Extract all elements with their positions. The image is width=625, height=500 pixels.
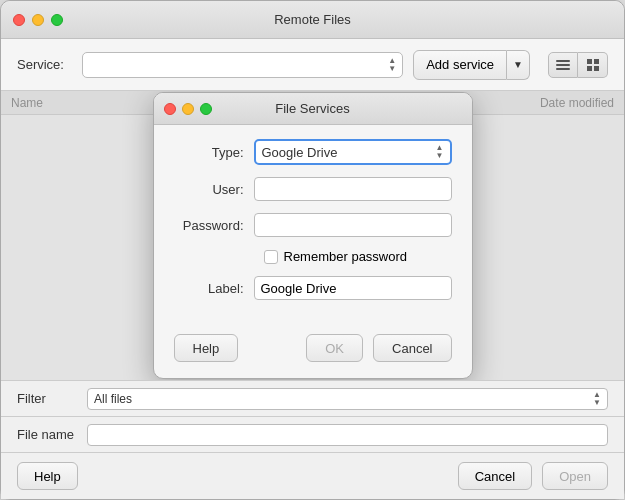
password-row: Password: [174, 213, 452, 237]
dialog-traffic-lights [164, 103, 212, 115]
grid-view-button[interactable] [578, 52, 608, 78]
list-view-button[interactable] [548, 52, 578, 78]
filter-dropdown[interactable]: All files ▲ ▼ [87, 388, 608, 410]
dialog-ok-button[interactable]: OK [306, 334, 363, 362]
service-dropdown[interactable]: ▲ ▼ [82, 52, 403, 78]
grid-cell-1 [587, 59, 592, 64]
dialog-title: File Services [275, 101, 349, 116]
window-title: Remote Files [274, 12, 351, 27]
remember-password-label: Remember password [284, 249, 408, 264]
type-select-value: Google Drive [262, 145, 338, 160]
label-row: Label: [174, 276, 452, 300]
type-row: Type: Google Drive ▲ ▼ [174, 139, 452, 165]
dialog-close-button[interactable] [164, 103, 176, 115]
password-input[interactable] [254, 213, 452, 237]
filename-label: File name [17, 427, 77, 442]
remember-password-row: Remember password [174, 249, 452, 264]
type-select[interactable]: Google Drive ▲ ▼ [254, 139, 452, 165]
list-line-2 [556, 64, 570, 66]
dialog-help-button[interactable]: Help [174, 334, 239, 362]
label-input[interactable] [254, 276, 452, 300]
grid-cell-2 [594, 59, 599, 64]
dialog-cancel-button[interactable]: Cancel [373, 334, 451, 362]
label-label: Label: [174, 281, 254, 296]
remember-password-checkbox[interactable] [264, 250, 278, 264]
user-row: User: [174, 177, 452, 201]
dialog-title-bar: File Services [154, 93, 472, 125]
content-area: Name Date modified File Services [1, 91, 624, 381]
service-label: Service: [17, 57, 72, 72]
filename-input[interactable] [87, 424, 608, 446]
password-label: Password: [174, 218, 254, 233]
type-label: Type: [174, 145, 254, 160]
add-service-arrow-icon: ▼ [513, 59, 523, 70]
filter-label: Filter [17, 391, 77, 406]
title-bar: Remote Files [1, 1, 624, 39]
dialog-action-buttons: OK Cancel [306, 334, 451, 362]
grid-cell-4 [594, 66, 599, 71]
add-service-dropdown-button[interactable]: ▼ [507, 50, 530, 80]
filter-arrows: ▲ ▼ [593, 391, 601, 407]
list-line-1 [556, 60, 570, 62]
filename-row: File name [1, 417, 624, 453]
dialog-body: Type: Google Drive ▲ ▼ User: [154, 125, 472, 326]
grid-cell-3 [587, 66, 592, 71]
minimize-button[interactable] [32, 14, 44, 26]
cancel-button[interactable]: Cancel [458, 462, 532, 490]
grid-view-icon [583, 55, 603, 75]
stepper-arrows: ▲ ▼ [388, 57, 396, 73]
traffic-lights [13, 14, 63, 26]
list-line-3 [556, 68, 570, 70]
dialog-overlay: File Services Type: Google Drive ▲ ▼ [1, 91, 624, 380]
view-toggle [548, 52, 608, 78]
file-services-dialog: File Services Type: Google Drive ▲ ▼ [153, 92, 473, 379]
maximize-button[interactable] [51, 14, 63, 26]
toolbar: Service: ▲ ▼ Add service ▼ [1, 39, 624, 91]
close-button[interactable] [13, 14, 25, 26]
user-input[interactable] [254, 177, 452, 201]
footer: Filter All files ▲ ▼ File name Help Canc… [1, 381, 624, 499]
action-row: Help Cancel Open [1, 453, 624, 499]
filter-value: All files [94, 392, 132, 406]
dialog-maximize-button[interactable] [200, 103, 212, 115]
open-button[interactable]: Open [542, 462, 608, 490]
list-view-icon [552, 56, 574, 74]
dialog-minimize-button[interactable] [182, 103, 194, 115]
user-label: User: [174, 182, 254, 197]
action-buttons-right: Cancel Open [458, 462, 608, 490]
add-service-button[interactable]: Add service [413, 50, 507, 80]
dialog-footer: Help OK Cancel [154, 326, 472, 378]
main-window: Remote Files Service: ▲ ▼ Add service ▼ [0, 0, 625, 500]
help-button[interactable]: Help [17, 462, 78, 490]
filter-row: Filter All files ▲ ▼ [1, 381, 624, 417]
type-select-arrows: ▲ ▼ [436, 144, 444, 160]
